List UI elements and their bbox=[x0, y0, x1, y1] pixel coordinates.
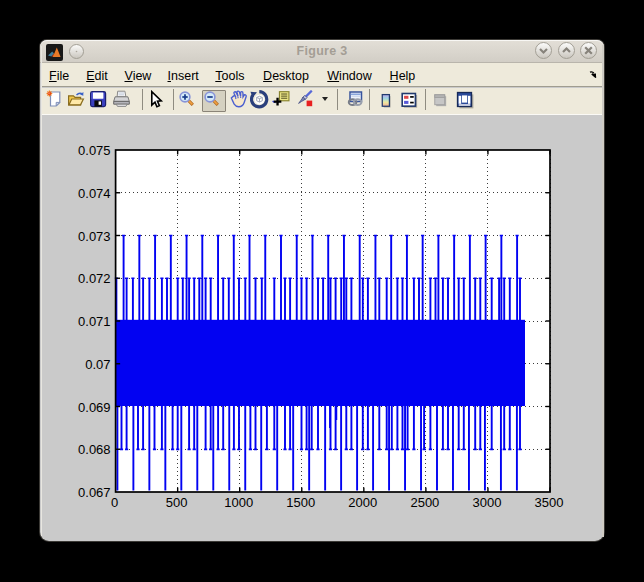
svg-text:0.075: 0.075 bbox=[78, 143, 111, 158]
svg-text:0.071: 0.071 bbox=[78, 314, 111, 329]
svg-text:2500: 2500 bbox=[410, 495, 439, 510]
svg-text:0.069: 0.069 bbox=[78, 400, 111, 415]
svg-text:3000: 3000 bbox=[472, 495, 501, 510]
svg-text:3500: 3500 bbox=[535, 495, 564, 510]
svg-text:0.074: 0.074 bbox=[78, 186, 111, 201]
svg-text:1500: 1500 bbox=[286, 495, 315, 510]
svg-text:0.073: 0.073 bbox=[78, 229, 111, 244]
svg-text:0.072: 0.072 bbox=[78, 271, 111, 286]
svg-text:0.067: 0.067 bbox=[78, 485, 111, 500]
svg-text:0.068: 0.068 bbox=[78, 442, 111, 457]
svg-text:0.07: 0.07 bbox=[85, 357, 110, 372]
svg-text:500: 500 bbox=[166, 495, 188, 510]
svg-text:1000: 1000 bbox=[224, 495, 253, 510]
svg-text:2000: 2000 bbox=[348, 495, 377, 510]
svg-text:0: 0 bbox=[111, 495, 118, 510]
